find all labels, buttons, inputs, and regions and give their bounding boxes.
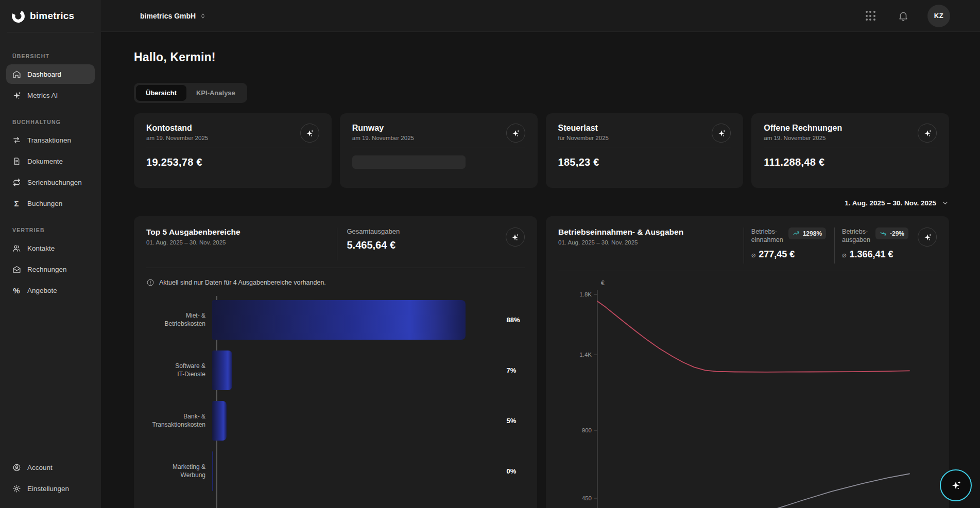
sidebar-footer: Account Einstellungen bbox=[0, 458, 101, 508]
kpi-subtitle: am 19. November 2025 bbox=[146, 135, 208, 141]
svg-text:1.4K: 1.4K bbox=[579, 352, 592, 358]
sidebar-item-label: Rechnungen bbox=[27, 266, 67, 273]
divider bbox=[764, 148, 937, 148]
percent-icon: % bbox=[12, 286, 21, 295]
ai-sparkle-button[interactable] bbox=[506, 124, 525, 143]
company-name: bimetrics GmbH bbox=[140, 12, 196, 20]
ai-sparkle-button[interactable] bbox=[918, 124, 937, 143]
notifications-button[interactable] bbox=[895, 7, 912, 25]
loading-skeleton bbox=[352, 155, 466, 169]
sparkles-icon bbox=[12, 91, 21, 100]
ai-assistant-fab[interactable] bbox=[940, 469, 972, 501]
bar-row-miet-betriebskosten: Miet- &Betriebskosten 88% bbox=[146, 300, 525, 340]
kpi-value: 19.253,78 € bbox=[146, 156, 319, 168]
sidebar-item-label: Angebote bbox=[27, 287, 57, 294]
bar-value-label: 5% bbox=[507, 417, 517, 425]
main-area: bimetrics GmbH KZ Hallo, Kermin! Übersic… bbox=[101, 0, 980, 508]
brand-name: bimetrics bbox=[30, 10, 74, 22]
document-icon bbox=[12, 156, 21, 166]
trend-badge-ausgaben: -29% bbox=[875, 227, 908, 239]
user-circle-icon bbox=[12, 463, 21, 472]
transfer-icon bbox=[12, 135, 21, 145]
bar-category-label: Software &IT-Dienste bbox=[146, 362, 211, 378]
sidebar-item-transaktionen[interactable]: Transaktionen bbox=[6, 130, 95, 150]
sidebar-item-dokumente[interactable]: Dokumente bbox=[6, 151, 95, 171]
envelope-icon bbox=[12, 265, 21, 274]
sidebar-item-rechnungen[interactable]: Rechnungen bbox=[6, 259, 95, 279]
bar-segment[interactable] bbox=[212, 401, 227, 441]
sidebar-item-label: Einstellungen bbox=[27, 485, 69, 493]
chart-card-einnahmen-ausgaben: Betriebseinnahmen- & Ausgaben 01. Aug. 2… bbox=[546, 216, 949, 508]
app-window: bimetrics ÜBERSICHT Dashboard Metrics AI… bbox=[0, 0, 980, 508]
bar-row-bank-transaktion: Bank- &Transaktionskosten 5% bbox=[146, 401, 525, 441]
sigma-icon: Σ bbox=[12, 199, 21, 208]
bar-segment[interactable] bbox=[212, 451, 214, 491]
page-title: Hallo, Kermin! bbox=[134, 50, 949, 64]
charts-row: Top 5 Ausgabenbereiche 01. Aug. 2025 – 3… bbox=[134, 216, 949, 508]
stat-label: Betriebs-ausgaben bbox=[842, 227, 870, 244]
line-chart-svg: €1.8K1.4K900450 bbox=[558, 276, 919, 508]
bar-segment[interactable] bbox=[212, 300, 466, 340]
apps-grid-button[interactable] bbox=[862, 7, 879, 25]
trend-value: -29% bbox=[890, 230, 904, 237]
brand-logo[interactable]: bimetrics bbox=[0, 0, 101, 32]
tab-uebersicht[interactable]: Übersicht bbox=[136, 85, 186, 101]
divider bbox=[146, 268, 525, 268]
company-selector[interactable]: bimetrics GmbH bbox=[140, 12, 207, 20]
ai-sparkle-button[interactable] bbox=[918, 227, 937, 247]
kpi-subtitle: am 19. November 2025 bbox=[764, 135, 842, 141]
sidebar-item-serienbuchungen[interactable]: Serienbuchungen bbox=[6, 172, 95, 192]
chevron-down-icon bbox=[941, 199, 949, 207]
stat-betriebseinnahmen: Betriebs-einnahmen 1298% ⌀ 277,45 € bbox=[744, 227, 826, 264]
kpi-card-row: Kontostand am 19. November 2025 19.253,7… bbox=[134, 113, 949, 188]
bar-value-label: 0% bbox=[507, 467, 517, 475]
ai-sparkle-button[interactable] bbox=[712, 124, 731, 143]
bar-value-label: 7% bbox=[507, 366, 517, 374]
bar-row-software-it: Software &IT-Dienste 7% bbox=[146, 351, 525, 390]
bar-value-label: 88% bbox=[507, 316, 520, 324]
trend-value: 1298% bbox=[803, 230, 822, 237]
total-expenses-value: 5.465,64 € bbox=[347, 239, 400, 251]
horizontal-bar-chart: Miet- &Betriebskosten 88% Software &IT-D… bbox=[146, 300, 525, 491]
sidebar-item-label: Kontakte bbox=[27, 244, 55, 252]
bell-icon bbox=[898, 10, 909, 22]
sidebar-item-dashboard[interactable]: Dashboard bbox=[6, 64, 95, 84]
view-tabs: Übersicht KPI-Analyse bbox=[134, 83, 247, 103]
ai-sparkle-button[interactable] bbox=[300, 124, 319, 143]
sidebar-item-kontakte[interactable]: Kontakte bbox=[6, 238, 95, 258]
bar-category-label: Miet- &Betriebskosten bbox=[146, 312, 211, 328]
kpi-title: Steuerlast bbox=[558, 124, 609, 133]
sidebar-item-label: Dashboard bbox=[27, 71, 61, 78]
kpi-subtitle: am 19. November 2025 bbox=[352, 135, 414, 141]
nav-section-vertrieb: VERTRIEB bbox=[12, 227, 90, 233]
chart-subtitle: 01. Aug. 2025 – 30. Nov. 2025 bbox=[146, 239, 240, 246]
sidebar-item-buchungen[interactable]: Σ Buchungen bbox=[6, 194, 95, 213]
nav-section-buchhaltung: BUCHHALTUNG bbox=[12, 119, 90, 125]
sidebar-item-einstellungen[interactable]: Einstellungen bbox=[6, 479, 95, 498]
sidebar-item-account[interactable]: Account bbox=[6, 458, 95, 477]
ai-sparkle-button[interactable] bbox=[506, 227, 525, 247]
sparkles-icon bbox=[951, 480, 961, 491]
chart-title: Betriebseinnahmen- & Ausgaben bbox=[558, 227, 735, 237]
bar-segment[interactable] bbox=[212, 351, 232, 390]
sidebar-item-angebote[interactable]: % Angebote bbox=[6, 281, 95, 300]
bar-category-label: Bank- &Transaktionskosten bbox=[146, 413, 211, 429]
user-avatar[interactable]: KZ bbox=[927, 5, 950, 27]
kpi-value: 185,23 € bbox=[558, 156, 731, 168]
sidebar-item-metrics-ai[interactable]: Metrics AI bbox=[6, 85, 95, 105]
sidebar-item-label: Metrics AI bbox=[27, 92, 58, 99]
svg-text:900: 900 bbox=[582, 427, 592, 433]
date-range-selector[interactable]: 1. Aug. 2025 – 30. Nov. 2025 bbox=[134, 199, 949, 207]
average-sign: ⌀ bbox=[751, 251, 755, 259]
divider bbox=[352, 148, 525, 148]
sidebar: bimetrics ÜBERSICHT Dashboard Metrics AI… bbox=[0, 0, 101, 508]
trend-badge-einnahmen: 1298% bbox=[788, 227, 826, 239]
line-chart-area: €1.8K1.4K900450 bbox=[558, 276, 937, 508]
tab-kpi-analyse[interactable]: KPI-Analyse bbox=[186, 85, 245, 101]
divider bbox=[558, 148, 731, 148]
trend-down-icon bbox=[880, 230, 887, 237]
chart-subtitle: 01. Aug. 2025 – 30. Nov. 2025 bbox=[558, 239, 735, 246]
divider bbox=[558, 271, 937, 271]
sidebar-item-label: Dokumente bbox=[27, 157, 63, 165]
stat-label: Betriebs-einnahmen bbox=[751, 227, 783, 244]
